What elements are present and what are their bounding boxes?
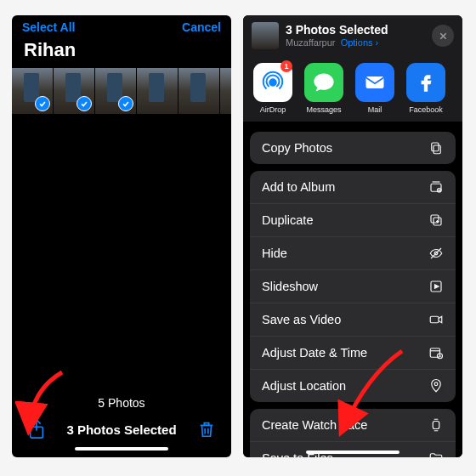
facebook-icon [415, 71, 437, 94]
app-label: Mail [368, 105, 382, 114]
header-thumbnail [252, 22, 279, 49]
home-indicator[interactable] [306, 450, 400, 454]
folder-icon [428, 450, 444, 457]
calendar-clock-icon [428, 345, 444, 360]
share-icon [27, 418, 46, 440]
action-create-watch-face[interactable]: Create Watch Face [250, 409, 456, 441]
copy-icon [428, 140, 444, 156]
action-adjust-location[interactable]: Adjust Location [250, 369, 456, 402]
nav-bar: Select All Cancel [12, 15, 231, 36]
share-button[interactable] [27, 418, 46, 440]
album-icon [428, 179, 444, 195]
share-sheet-header: 3 Photos Selected Muzaffarpur Options › [243, 15, 462, 56]
duplicate-icon [428, 212, 444, 228]
album-title: Rihan [12, 36, 231, 68]
action-add-to-album[interactable]: Add to Album [250, 171, 456, 203]
hide-icon [428, 246, 444, 261]
app-label: Facebook [409, 105, 443, 114]
photo-thumb[interactable] [137, 68, 178, 114]
app-mail[interactable]: Mail [355, 63, 394, 114]
mail-icon [363, 71, 387, 94]
svg-point-14 [434, 382, 438, 386]
close-icon [439, 31, 448, 41]
action-save-as-video[interactable]: Save as Video [250, 303, 456, 336]
action-label: Create Watch Face [262, 418, 367, 432]
svg-rect-2 [366, 76, 384, 88]
location-icon [428, 378, 444, 394]
play-icon [428, 279, 444, 294]
home-indicator[interactable] [75, 447, 168, 450]
action-label: Hide [262, 246, 287, 260]
options-button[interactable]: Options › [341, 37, 379, 48]
svg-rect-3 [434, 145, 440, 154]
action-copy-photos[interactable]: Copy Photos [250, 132, 456, 164]
selected-check-icon [118, 96, 133, 111]
action-label: Adjust Date & Time [262, 346, 367, 360]
watch-icon [428, 417, 444, 433]
app-facebook[interactable]: Facebook [406, 63, 445, 114]
action-label: Save as Video [262, 313, 341, 326]
action-adjust-date-time[interactable]: Adjust Date & Time [250, 336, 456, 369]
thumbnail-strip [12, 68, 231, 114]
photo-thumb[interactable] [54, 68, 95, 114]
photo-thumb[interactable] [220, 68, 231, 114]
header-title: 3 Photos Selected [286, 23, 425, 37]
messages-icon [312, 71, 336, 94]
cancel-button[interactable]: Cancel [182, 20, 221, 34]
photo-thumb[interactable] [12, 68, 54, 114]
action-duplicate[interactable]: Duplicate [250, 203, 456, 236]
share-sheet-screen: 3 Photos Selected Muzaffarpur Options › … [243, 15, 462, 457]
action-label: Copy Photos [262, 141, 332, 155]
svg-rect-11 [430, 316, 439, 323]
action-label: Slideshow [262, 280, 318, 293]
delete-button[interactable] [197, 419, 216, 439]
airdrop-badge: 1 [280, 60, 292, 72]
photo-thumb[interactable] [95, 68, 137, 114]
app-label: Messages [306, 105, 341, 114]
header-subtitle: Muzaffarpur Options › [286, 37, 425, 48]
share-apps-row: 1 AirDrop Messages Mail Facebook [243, 56, 462, 123]
app-label: AirDrop [260, 105, 286, 114]
airdrop-icon [260, 70, 286, 95]
action-slideshow[interactable]: Slideshow [250, 269, 456, 303]
photos-app-screen: Select All Cancel Rihan 5 Photos [12, 15, 231, 457]
action-label: Adjust Location [262, 379, 346, 393]
action-label: Add to Album [262, 180, 335, 194]
selected-check-icon [35, 96, 50, 111]
app-airdrop[interactable]: 1 AirDrop [253, 63, 292, 114]
photo-thumb[interactable] [178, 68, 220, 114]
selection-status: 3 Photos Selected [66, 422, 176, 437]
action-hide[interactable]: Hide [250, 236, 456, 269]
close-button[interactable] [432, 25, 454, 47]
svg-rect-15 [433, 422, 439, 429]
action-save-to-files[interactable]: Save to Files [250, 441, 456, 457]
actions-list[interactable]: Copy Photos Add to Album Duplicate Hide [243, 122, 462, 457]
photo-count-label: 5 Photos [12, 391, 231, 415]
svg-point-1 [269, 79, 276, 86]
selected-check-icon [76, 96, 92, 111]
select-all-button[interactable]: Select All [22, 20, 76, 34]
app-messages[interactable]: Messages [304, 63, 343, 114]
video-icon [428, 312, 444, 327]
bottom-toolbar: 3 Photos Selected [12, 415, 231, 442]
svg-rect-12 [430, 348, 439, 358]
action-label: Duplicate [262, 213, 313, 227]
svg-rect-4 [432, 143, 439, 151]
trash-icon [197, 419, 216, 439]
